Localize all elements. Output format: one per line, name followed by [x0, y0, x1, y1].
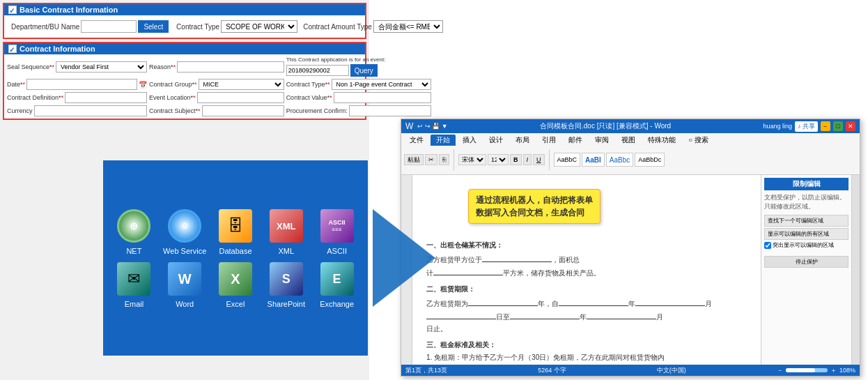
- net-label: NET: [126, 247, 141, 255]
- section1-checkbox[interactable]: [8, 6, 17, 14]
- reason-input[interactable]: [177, 61, 284, 73]
- field-years[interactable]: [468, 296, 538, 306]
- currency-input[interactable]: [34, 105, 148, 116]
- event-input[interactable]: [286, 65, 349, 76]
- field-location[interactable]: [482, 252, 552, 262]
- sidebar-text1: 文档受保护，以防止误编辑。只能修改此区域。: [764, 193, 848, 211]
- date-label: Date*: [7, 81, 25, 88]
- contract-type-select[interactable]: SCOPE OF WORK: [221, 20, 297, 33]
- font-size-select[interactable]: 12: [488, 154, 509, 165]
- tab-file[interactable]: 文件: [404, 135, 429, 146]
- highlight-checkbox[interactable]: [764, 242, 771, 249]
- field-start-month[interactable]: [635, 296, 705, 306]
- field-end-year[interactable]: [510, 310, 580, 319]
- procurement-input[interactable]: [349, 105, 431, 116]
- italic-btn[interactable]: I: [523, 154, 532, 165]
- contract-type-label: Contract Type: [174, 23, 219, 31]
- section2-checkbox[interactable]: [8, 45, 17, 53]
- xml-label: XML: [278, 247, 294, 255]
- underline-btn[interactable]: U: [533, 154, 545, 165]
- word-scrollbar[interactable]: [851, 175, 860, 365]
- email-symbol: ✉: [127, 270, 140, 288]
- find-next-btn[interactable]: 查找下一个可编辑区域: [764, 215, 848, 227]
- section1-title: Basic Contract Information: [20, 6, 118, 14]
- word-icon-item[interactable]: W Word: [162, 261, 208, 308]
- word-icon-box: W: [166, 261, 203, 297]
- bold-btn[interactable]: B: [510, 154, 522, 165]
- share-label[interactable]: ♪ 共享: [795, 121, 818, 132]
- exchange-symbol: E: [333, 272, 341, 287]
- xml-icon-item[interactable]: XML XML: [263, 208, 309, 255]
- minimize-button[interactable]: －: [821, 121, 830, 131]
- exchange-icon-item[interactable]: E Exchange: [314, 261, 359, 308]
- date-input[interactable]: [26, 79, 137, 90]
- seal-seq-label: Seal Sequence*: [7, 63, 54, 70]
- this-contract-field: This Contract application is for an even…: [286, 56, 431, 77]
- contract-subject-input[interactable]: [202, 105, 284, 116]
- tab-special[interactable]: 特殊功能: [642, 135, 681, 146]
- tab-layout[interactable]: 布局: [510, 135, 535, 146]
- excel-label: Excel: [226, 300, 245, 308]
- zoom-out-btn[interactable]: －: [777, 366, 783, 375]
- style-h2[interactable]: AaBbc: [606, 153, 633, 167]
- word-body: 通过流程机器人，自动把将表单数据写入合同文档，生成合同 一、出租仓储某不情况： …: [401, 175, 860, 365]
- tab-design[interactable]: 设计: [483, 135, 509, 146]
- word-statusbar: 第1页，共13页 5264 个字 中文(中国) － ＋ 108%: [401, 365, 860, 376]
- tab-view[interactable]: 视图: [616, 135, 641, 146]
- contract-group-select[interactable]: MICE: [199, 79, 284, 90]
- tab-references[interactable]: 引用: [536, 135, 561, 146]
- ascii-icon-item[interactable]: ASCII ≡≡≡ ASCII: [314, 208, 359, 255]
- contract-type2-select[interactable]: Non 1-Page event Contract: [332, 79, 431, 90]
- contract-type2-label: Contract Type*: [286, 81, 330, 88]
- xml-symbol: XML: [277, 221, 295, 231]
- zoom-in-btn[interactable]: ＋: [830, 366, 837, 375]
- field-start-year[interactable]: [559, 296, 628, 306]
- tab-review[interactable]: 审阅: [589, 135, 614, 146]
- field-end-month[interactable]: [587, 310, 656, 319]
- style-normal[interactable]: AaBbC: [554, 153, 581, 167]
- dept-field-group: Department/BU Name Select: [11, 20, 169, 33]
- highlight-label: 突出显示可以编辑的区域: [773, 241, 834, 249]
- zoom-level: 108%: [839, 367, 855, 374]
- contract-def-input[interactable]: [65, 92, 147, 103]
- stop-protect-btn[interactable]: 停止保护: [764, 256, 848, 268]
- contract-value-input[interactable]: [334, 92, 431, 103]
- maximize-button[interactable]: □: [833, 121, 843, 131]
- word-content-area: 通过流程机器人，自动把将表单数据写入合同文档，生成合同 一、出租仓储某不情况： …: [412, 175, 761, 365]
- dept-input[interactable]: [81, 20, 137, 33]
- font-family-select[interactable]: 宋体: [458, 154, 486, 165]
- show-all-btn[interactable]: 显示可以编辑的所有区域: [764, 228, 848, 240]
- app-icons-panel: ⊕ NET ⚙ Web Service 🗄 Database: [103, 160, 368, 356]
- event-location-input[interactable]: [197, 92, 284, 103]
- net-icon-item[interactable]: ⊕ NET: [111, 208, 157, 255]
- style-more[interactable]: AaBbDc: [635, 153, 665, 167]
- amount-select[interactable]: 合同金额<= RMB 300000: [373, 20, 443, 33]
- zoom-slider[interactable]: [786, 368, 828, 372]
- seal-seq-select[interactable]: Vendor Seal First: [56, 61, 147, 73]
- sharepoint-icon-item[interactable]: S SharePoint: [263, 261, 309, 308]
- icon-grid: ⊕ NET ⚙ Web Service 🗄 Database: [111, 208, 359, 308]
- word-title: 合同模板合同.doc [只读] [兼容模式] - Word: [540, 121, 671, 131]
- page-count: 第1页，共13页: [405, 366, 447, 375]
- style-h1[interactable]: AaBl: [582, 153, 605, 167]
- seal-seq-field: Seal Sequence* Vendor Seal First: [7, 56, 147, 77]
- tab-mail[interactable]: 邮件: [563, 135, 588, 146]
- sep1: [454, 149, 454, 170]
- webservice-icon-item[interactable]: ⚙ Web Service: [162, 208, 208, 255]
- excel-icon-item[interactable]: X Excel: [213, 261, 258, 308]
- email-icon-item[interactable]: ✉ Email: [111, 261, 157, 308]
- tab-insert[interactable]: 插入: [457, 135, 482, 146]
- tab-search[interactable]: ○ 搜索: [683, 135, 714, 146]
- email-label: Email: [125, 300, 144, 308]
- database-icon-item[interactable]: 🗄 Database: [213, 208, 258, 255]
- contract-group-field: Contract Group* MICE: [149, 79, 284, 90]
- this-contract-label: This Contract application is for an even…: [286, 56, 386, 63]
- select-button[interactable]: Select: [138, 20, 169, 33]
- tab-home[interactable]: 开始: [431, 135, 456, 146]
- query-button[interactable]: Query: [350, 64, 378, 77]
- close-button[interactable]: ✕: [846, 121, 855, 131]
- calendar-icon[interactable]: 📅: [139, 81, 147, 89]
- net-icon: ⊕: [117, 209, 150, 243]
- sharepoint-symbol: S: [282, 272, 290, 287]
- database-symbol: 🗄: [228, 217, 243, 235]
